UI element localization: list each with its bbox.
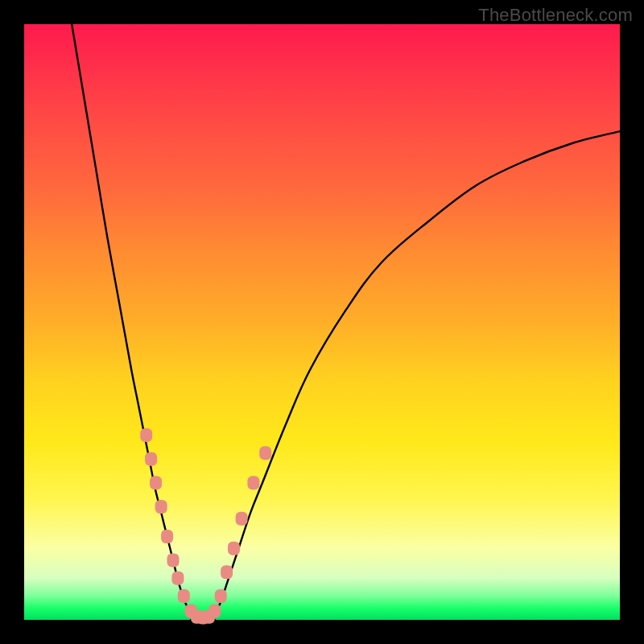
marker-dot (167, 554, 180, 568)
marker-dot (171, 572, 184, 585)
right-branch-line (215, 131, 620, 613)
marker-dot (236, 512, 248, 526)
marker-dot (145, 452, 157, 466)
marker-dot (161, 530, 173, 543)
markers-group (140, 428, 271, 624)
plot-area (24, 24, 620, 620)
curve-group (72, 24, 620, 620)
marker-dot (140, 428, 152, 442)
marker-dot (215, 589, 227, 603)
left-branch-line (72, 24, 191, 614)
chart-frame: TheBottleneck.com (0, 0, 644, 644)
marker-dot (150, 476, 162, 489)
curves-svg (24, 24, 620, 620)
marker-dot (221, 565, 233, 579)
marker-dot (208, 604, 221, 617)
marker-dot (259, 446, 271, 460)
marker-dot (155, 500, 167, 514)
watermark-text: TheBottleneck.com (478, 5, 633, 26)
marker-dot (228, 542, 240, 555)
marker-dot (178, 589, 190, 603)
marker-dot (247, 476, 259, 489)
